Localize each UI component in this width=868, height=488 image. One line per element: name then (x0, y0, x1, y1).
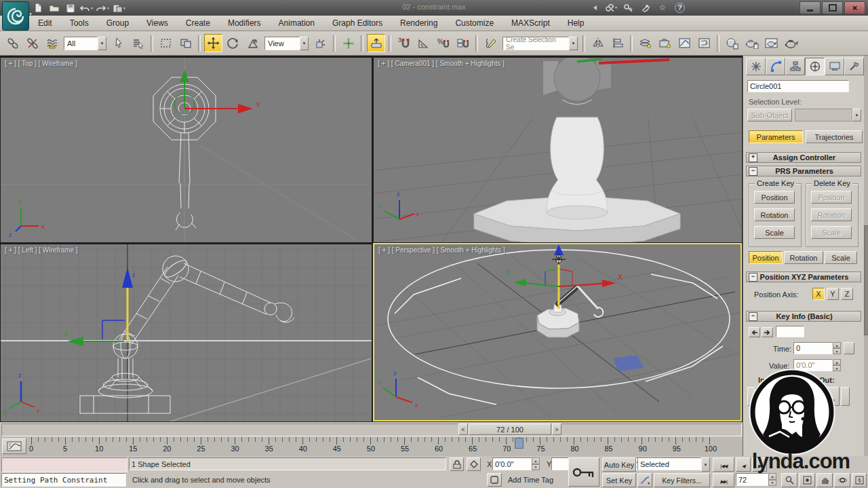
redo-button[interactable] (96, 2, 110, 14)
zoom-extents-button[interactable] (799, 473, 815, 487)
prs-parameters-rollout[interactable]: PRS Parameters (746, 166, 861, 176)
out-tangent-copy-button[interactable] (841, 387, 850, 406)
next-frame-button[interactable]: > (552, 424, 561, 435)
menu-item[interactable]: Modifiers (228, 18, 261, 28)
selection-filter-dropdown[interactable]: All (64, 37, 106, 50)
auto-key-button[interactable]: Auto Key (602, 457, 636, 472)
named-selection-sets-dropdown[interactable]: Create Selection Se (502, 37, 578, 50)
tab-display[interactable] (825, 58, 844, 75)
go-to-start-button[interactable] (713, 457, 734, 472)
menu-item[interactable]: Tools (70, 18, 89, 28)
track-bar[interactable]: 0510152025303540455055606570758085909510… (0, 437, 743, 457)
go-to-end-button[interactable] (713, 473, 734, 487)
favorites-button[interactable] (656, 2, 669, 13)
delete-position-key-button[interactable]: Position (811, 191, 852, 204)
spinner-snap-toggle-button[interactable] (454, 34, 472, 52)
time-spinner[interactable] (833, 342, 841, 354)
snaps-toggle-button[interactable]: 3 (395, 34, 413, 52)
manage-layers-button[interactable] (636, 34, 654, 52)
dropdown-arrow-icon[interactable] (701, 457, 710, 472)
select-and-manipulate-button[interactable] (339, 34, 357, 52)
add-time-tag[interactable]: Add Time Tag (506, 473, 567, 486)
render-setup-button[interactable] (743, 34, 761, 52)
prs-tab-position[interactable]: Position (749, 251, 783, 264)
set-project-folder-button[interactable] (113, 2, 126, 14)
rectangular-selection-region-button[interactable] (157, 34, 175, 52)
create-rotation-key-button[interactable]: Rotation (754, 208, 795, 221)
menu-item[interactable]: MAXScript (511, 18, 550, 28)
trajectories-tab-button[interactable]: Trajectories (806, 130, 863, 143)
reference-coordinate-dropdown[interactable]: View (264, 37, 309, 50)
time-slider-handle[interactable]: 72 / 100 (469, 424, 551, 435)
command-panel-scrollbar[interactable] (864, 56, 868, 456)
communication-center-button[interactable] (639, 2, 652, 13)
select-and-link-button[interactable] (3, 34, 22, 52)
x-coordinate-field[interactable]: 0'0.0" (492, 457, 532, 470)
prs-tab-rotation[interactable]: Rotation (784, 251, 823, 264)
orbit-button[interactable] (834, 473, 850, 487)
key-filters-button[interactable]: Key Filters... (654, 473, 710, 487)
move-gizmo[interactable]: x (180, 70, 260, 113)
select-object-button[interactable] (109, 34, 127, 52)
open-file-button[interactable] (47, 2, 61, 14)
curve-editor-button[interactable] (675, 34, 694, 52)
dropdown-arrow-icon[interactable] (852, 109, 861, 121)
key-info-rollout[interactable]: Key Info (Basic) (746, 311, 861, 322)
parameters-tab-button[interactable]: Parameters (749, 130, 803, 143)
time-lock-button[interactable] (844, 342, 854, 354)
schematic-view-button[interactable] (695, 34, 713, 52)
dropdown-arrow-icon[interactable] (98, 37, 106, 50)
tab-create[interactable] (746, 58, 766, 75)
rendered-frame-window-button[interactable] (762, 34, 781, 52)
pan-view-button[interactable] (816, 473, 833, 487)
tab-utilities[interactable] (844, 58, 864, 75)
viewport-label-left[interactable]: [ + ] [ Left ] [ Wireframe ] (5, 246, 78, 254)
viewport-camera[interactable]: z y x [ + ] [ Camera001 ] [ Smooth + Hig… (374, 58, 742, 242)
window-crossing-toggle-button[interactable] (176, 34, 195, 52)
menu-item[interactable]: Graph Editors (332, 18, 382, 28)
set-key-button[interactable]: Set Key (602, 473, 636, 487)
viewport-left[interactable]: y z z y x [ + ] [ Left ] [ Wireframe ] (1, 244, 372, 421)
subscription-center-button[interactable] (623, 2, 635, 13)
viewport-top[interactable]: x y x z [ + ] [ Top ] [ Wireframe ] (1, 58, 372, 242)
viewport-perspective[interactable]: X Y z Y x [ + ] [ Perspective ] [ Smooth… (373, 243, 742, 421)
search-button[interactable] (606, 2, 618, 13)
previous-key-button[interactable] (749, 327, 760, 337)
position-axis-y-button[interactable]: Y (827, 288, 839, 300)
delete-rotation-key-button[interactable]: Rotation (811, 208, 852, 221)
delete-scale-key-button[interactable]: Scale (811, 226, 852, 239)
select-and-move-button[interactable] (204, 34, 222, 52)
default-tangents-button[interactable] (637, 473, 652, 487)
collapse-infocenter-icon[interactable] (589, 2, 601, 13)
assign-controller-rollout[interactable]: Assign Controller (746, 152, 861, 163)
menu-item[interactable]: Help (568, 18, 585, 28)
viewport-label-perspective[interactable]: [ + ] [ Perspective ] [ Smooth + Highlig… (378, 246, 505, 254)
zoom-button[interactable] (781, 473, 797, 487)
application-menu-button[interactable] (2, 1, 29, 31)
minimize-button[interactable] (800, 1, 821, 14)
menu-item[interactable]: Rendering (400, 18, 437, 28)
sub-object-button[interactable]: Sub-Object (747, 109, 792, 121)
create-scale-key-button[interactable]: Scale (754, 226, 795, 239)
tab-motion[interactable] (805, 58, 825, 75)
use-pivot-point-center-button[interactable] (311, 34, 330, 52)
close-button[interactable] (844, 1, 865, 14)
position-axis-z-button[interactable]: Z (841, 288, 853, 300)
menu-item[interactable]: Group (106, 18, 129, 28)
angle-snap-toggle-button[interactable] (414, 34, 433, 52)
scrollbar-thumb[interactable] (864, 225, 868, 335)
x-spinner[interactable] (532, 457, 540, 470)
create-position-key-button[interactable]: Position (754, 191, 795, 204)
menu-item[interactable]: Edit (38, 18, 52, 28)
graphite-modeling-button[interactable] (656, 34, 674, 52)
percent-snap-toggle-button[interactable]: % (434, 34, 452, 52)
selection-lock-button[interactable] (450, 457, 464, 471)
object-name-field[interactable]: Circle001 (747, 80, 849, 92)
new-file-button[interactable] (31, 2, 45, 14)
maxscript-mini-listener[interactable] (1, 457, 127, 472)
select-by-name-button[interactable] (129, 34, 147, 52)
align-button[interactable] (608, 34, 627, 52)
menu-item[interactable]: Animation (279, 18, 315, 28)
position-xyz-rollout[interactable]: Position XYZ Parameters (746, 271, 861, 282)
mirror-button[interactable] (589, 34, 607, 52)
